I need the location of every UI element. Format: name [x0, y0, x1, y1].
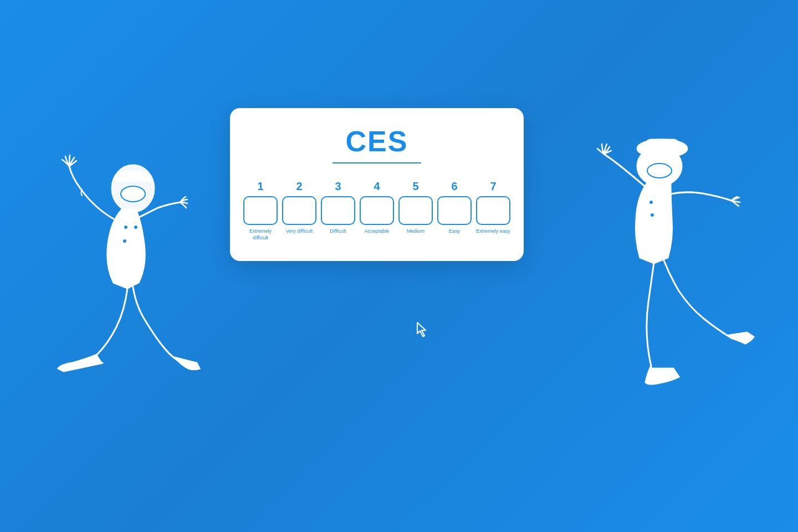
- svg-point-8: [647, 163, 672, 178]
- svg-point-1: [121, 186, 145, 202]
- scale-label-3: Difficult: [330, 228, 346, 235]
- scale-number-1: 1: [257, 180, 263, 193]
- scale-number-5: 5: [412, 180, 418, 193]
- scale-number-3: 3: [335, 180, 341, 193]
- figure-right: [554, 111, 776, 432]
- scale-label-2: Very difficult: [286, 228, 313, 235]
- scale-button-5[interactable]: [398, 196, 433, 225]
- ces-title: CES: [245, 125, 508, 158]
- figure-left: [17, 122, 227, 443]
- scale-button-2[interactable]: [282, 196, 316, 225]
- svg-point-10: [651, 213, 654, 217]
- scale-label-7: Extremely easy: [476, 228, 510, 235]
- scale-button-4[interactable]: [360, 196, 394, 225]
- scale-item-2: 2Very difficult: [282, 180, 316, 241]
- scale-label-4: Acceptable: [365, 228, 390, 235]
- cursor-icon: [415, 321, 431, 338]
- scale-item-5: 5Medium: [398, 180, 433, 241]
- scale-item-1: 1Extremely difficult: [243, 180, 278, 241]
- scale-item-3: 3Difficult: [321, 180, 355, 241]
- scale-label-1: Extremely difficult: [243, 228, 278, 241]
- scale-number-7: 7: [490, 180, 496, 193]
- svg-rect-7: [646, 140, 679, 152]
- ces-scale: 1Extremely difficult2Very difficult3Diff…: [245, 180, 508, 241]
- svg-point-2: [124, 226, 127, 229]
- scale-item-6: 6Easy: [437, 180, 472, 241]
- scale-number-4: 4: [374, 180, 380, 193]
- svg-point-3: [123, 239, 126, 243]
- ces-card: CES 1Extremely difficult2Very difficult3…: [230, 108, 524, 261]
- svg-point-4: [134, 226, 137, 229]
- scale-button-3[interactable]: [321, 196, 355, 225]
- scale-item-7: 7Extremely easy: [476, 180, 510, 241]
- scale-item-4: 4Acceptable: [360, 180, 394, 241]
- scale-label-6: Easy: [449, 228, 460, 235]
- scale-label-5: Medium: [407, 228, 424, 235]
- scale-button-6[interactable]: [437, 196, 472, 225]
- svg-point-9: [649, 201, 653, 204]
- scale-button-1[interactable]: [243, 196, 278, 225]
- scale-number-6: 6: [451, 180, 457, 193]
- ces-divider: [332, 162, 421, 163]
- scale-number-2: 2: [296, 180, 302, 193]
- scale-button-7[interactable]: [476, 196, 510, 225]
